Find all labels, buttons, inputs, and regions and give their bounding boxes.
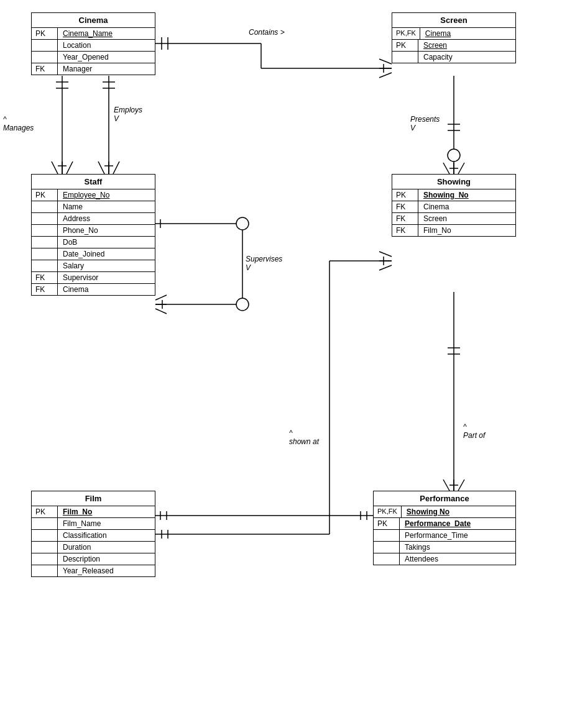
screen-row-cinema: PK,FK Cinema <box>392 28 515 40</box>
location-attr: Location <box>58 40 155 51</box>
perfdate-key: PK <box>374 518 400 529</box>
entity-film: Film PK Film_No Film_Name Classification… <box>31 491 155 577</box>
entity-staff: Staff PK Employee_No Name Address Phone_… <box>31 174 155 296</box>
attendees-key <box>374 553 400 565</box>
staff-row-phone: Phone_No <box>32 225 155 237</box>
performance-title: Performance <box>374 491 515 506</box>
screen-cinema-key: PK,FK <box>392 28 420 39</box>
supervisor-key: FK <box>32 272 58 283</box>
film-row-description: Description <box>32 553 155 565</box>
svg-line-53 <box>443 480 449 491</box>
label-part-of: ^Part of <box>463 422 485 440</box>
name-key <box>32 201 58 212</box>
perf-row-perfdate: PK Performance_Date <box>374 518 515 530</box>
attendees-attr: Attendees <box>400 553 515 565</box>
takings-key <box>374 542 400 553</box>
takings-attr: Takings <box>400 542 515 553</box>
perf-row-perftime: Performance_Time <box>374 530 515 542</box>
cinema-row-manager: FK Manager <box>32 63 155 75</box>
duration-attr: Duration <box>58 542 155 553</box>
address-key <box>32 213 58 224</box>
showing-screen-attr: Screen <box>418 213 515 224</box>
film-body: PK Film_No Film_Name Classification Dura… <box>32 506 155 576</box>
staff-cinema-attr: Cinema <box>58 284 155 295</box>
cinema-name-attr: Cinema_Name <box>58 28 155 39</box>
film-row-classification: Classification <box>32 530 155 542</box>
svg-line-37 <box>155 295 167 300</box>
datejoined-key <box>32 248 58 260</box>
perf-row-takings: Takings <box>374 542 515 553</box>
location-key <box>32 40 58 51</box>
filmno-key: FK <box>392 225 418 236</box>
perf-showingno-attr: Showing No <box>402 506 515 517</box>
supervisor-attr: Supervisor <box>58 272 155 283</box>
filmno-attr: Film_No <box>418 225 515 236</box>
name-attr: Name <box>58 201 155 212</box>
label-presents: PresentsV <box>410 115 440 132</box>
duration-key <box>32 542 58 553</box>
perfdate-attr: Performance_Date <box>400 518 515 529</box>
screen-row-screen: PK Screen <box>392 40 515 52</box>
film-row-filmno: PK Film_No <box>32 506 155 518</box>
phone-key <box>32 225 58 236</box>
svg-line-29 <box>458 163 464 174</box>
address-attr: Address <box>58 213 155 224</box>
svg-point-34 <box>236 298 249 311</box>
filmname-key <box>32 518 58 529</box>
salary-key <box>32 260 58 271</box>
showing-screen-key: FK <box>392 213 418 224</box>
screen-screen-attr: Screen <box>418 40 515 51</box>
staff-body: PK Employee_No Name Address Phone_No DoB <box>32 189 155 295</box>
svg-line-7 <box>379 73 392 78</box>
showing-cinema-key: FK <box>392 201 418 212</box>
description-key <box>32 553 58 565</box>
manager-key: FK <box>32 63 58 75</box>
film-row-filmname: Film_Name <box>32 518 155 530</box>
perf-row-showingno: PK,FK Showing No <box>374 506 515 518</box>
svg-line-48 <box>379 265 392 270</box>
datejoined-attr: Date_Joined <box>58 248 155 260</box>
showing-row-showingno: PK Showing_No <box>392 189 515 201</box>
svg-line-46 <box>379 252 392 257</box>
staff-cinema-key: FK <box>32 284 58 295</box>
staff-row-supervisor: FK Supervisor <box>32 272 155 284</box>
svg-line-14 <box>67 162 73 174</box>
film-filmno-attr: Film_No <box>58 506 155 517</box>
staff-row-salary: Salary <box>32 260 155 272</box>
label-supervises: SupervisesV <box>246 255 282 272</box>
cinema-name-key: PK <box>32 28 58 39</box>
diagram-container: Contains > ^Manages EmploysV PresentsV S… <box>0 0 585 728</box>
connector-svg <box>0 0 585 728</box>
description-attr: Description <box>58 553 155 565</box>
year-opened-key <box>32 52 58 63</box>
label-employs: EmploysV <box>114 106 142 123</box>
svg-point-26 <box>448 149 460 162</box>
yearreleased-key <box>32 565 58 576</box>
film-title: Film <box>32 491 155 506</box>
svg-line-55 <box>458 480 464 491</box>
cinema-title: Cinema <box>32 13 155 28</box>
showing-row-cinema: FK Cinema <box>392 201 515 213</box>
staff-row-dob: DoB <box>32 237 155 248</box>
year-opened-attr: Year_Opened <box>58 52 155 63</box>
showing-title: Showing <box>392 175 515 189</box>
capacity-attr: Capacity <box>418 52 515 63</box>
screen-row-capacity: Capacity <box>392 52 515 63</box>
entity-screen: Screen PK,FK Cinema PK Screen Capacity <box>392 12 516 63</box>
screen-cinema-attr: Cinema <box>420 28 515 39</box>
staff-row-name: Name <box>32 201 155 213</box>
perf-showingno-key: PK,FK <box>374 506 402 517</box>
svg-line-19 <box>98 162 104 174</box>
cinema-body: PK Cinema_Name Location Year_Opened FK M… <box>32 28 155 75</box>
perf-row-attendees: Attendees <box>374 553 515 565</box>
showing-body: PK Showing_No FK Cinema FK Screen FK Fil… <box>392 189 515 236</box>
entity-cinema: Cinema PK Cinema_Name Location Year_Open… <box>31 12 155 75</box>
label-shown-at: ^shown at <box>289 429 319 446</box>
empno-attr: Employee_No <box>58 189 155 201</box>
screen-body: PK,FK Cinema PK Screen Capacity <box>392 28 515 63</box>
capacity-key <box>392 52 418 63</box>
classification-attr: Classification <box>58 530 155 541</box>
staff-title: Staff <box>32 175 155 189</box>
dob-key <box>32 237 58 248</box>
filmname-attr: Film_Name <box>58 518 155 529</box>
